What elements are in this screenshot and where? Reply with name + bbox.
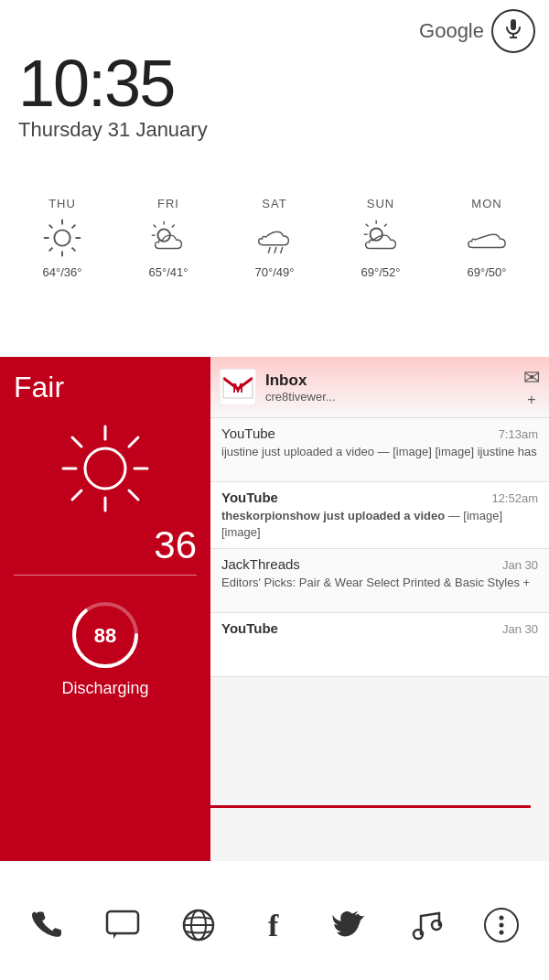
day-label-thu: THU (48, 197, 76, 210)
inbox-actions: ✉ + (523, 366, 540, 408)
svg-text:M: M (232, 381, 243, 395)
svg-line-18 (274, 248, 276, 253)
weather-day-sun: SUN 69°/52° (328, 197, 434, 279)
menu-dots-icon[interactable] (474, 898, 529, 953)
temp-sun: 69°/52° (361, 265, 401, 279)
notif-body-1: ijustine just uploaded a video — [image]… (221, 444, 538, 460)
main-area: Fair 36 88 (0, 357, 549, 861)
svg-line-33 (72, 490, 81, 500)
google-bar: Google (419, 9, 535, 53)
svg-point-50 (500, 931, 504, 935)
svg-point-49 (500, 923, 504, 928)
svg-line-8 (49, 225, 53, 229)
svg-line-30 (72, 437, 81, 447)
notif-header-4: YouTube Jan 30 (221, 620, 538, 636)
weather-icon-thu (40, 216, 84, 260)
weather-day-thu: THU 64°/36° (9, 197, 115, 279)
notif-time-1: 7:13am (499, 427, 538, 441)
weather-condition: Fair (14, 371, 197, 404)
red-divider (18, 805, 531, 808)
weather-day-fri: FRI 65°/41° (115, 197, 221, 279)
svg-text:88: 88 (94, 624, 116, 647)
temp-thu: 64°/36° (43, 265, 82, 279)
svg-line-9 (72, 248, 76, 252)
message-icon[interactable] (95, 898, 150, 953)
notification-row-4[interactable]: YouTube Jan 30 (210, 613, 549, 677)
inbox-text: Inbox cre8tivewer... (265, 372, 523, 404)
svg-point-48 (500, 916, 504, 921)
battery-circle: 88 (69, 598, 142, 672)
facebook-icon[interactable]: f (247, 898, 302, 953)
right-panel: M Inbox cre8tivewer... ✉ + YouTube 7:13a… (210, 357, 549, 861)
day-label-sun: SUN (367, 197, 394, 210)
weather-icon-sat (253, 216, 296, 260)
weather-icon-fri (146, 216, 190, 260)
weather-strip: THU 64°/36° FRI 65°/41° SAT (0, 188, 549, 288)
svg-line-22 (366, 224, 369, 227)
svg-line-24 (384, 224, 387, 227)
notif-time-4: Jan 30 (502, 622, 538, 636)
temp-mon: 69°/50° (468, 265, 507, 279)
inbox-title: Inbox (265, 372, 523, 390)
notif-body-2: theskorpionshow just uploaded a video — … (221, 508, 538, 541)
day-label-mon: MON (471, 197, 501, 210)
notif-app-2: YouTube (221, 490, 278, 505)
temp-sat: 70°/49° (255, 265, 295, 279)
plus-icon: + (527, 392, 535, 408)
temp-number: 36 (14, 523, 197, 576)
weather-icon-mon (465, 216, 509, 260)
svg-point-3 (54, 230, 70, 245)
inbox-row[interactable]: M Inbox cre8tivewer... ✉ + (210, 357, 549, 418)
svg-line-10 (72, 225, 76, 229)
clock-section: 10:35 Thursday 31 January (18, 50, 208, 142)
mic-button[interactable] (491, 9, 535, 53)
battery-status: Discharging (61, 679, 148, 698)
globe-icon[interactable] (171, 898, 226, 953)
temp-fri: 65°/41° (149, 265, 188, 279)
svg-line-16 (172, 225, 175, 228)
notif-header-1: YouTube 7:13am (221, 425, 538, 441)
sun-svg (50, 423, 160, 514)
time-display: 10:35 (18, 50, 208, 116)
weather-day-sat: SAT 70°/49° (221, 197, 328, 279)
day-label-fri: FRI (157, 197, 179, 210)
svg-line-11 (49, 248, 53, 252)
svg-line-19 (281, 248, 283, 253)
notif-time-2: 12:52am (491, 491, 538, 505)
notification-row-2[interactable]: YouTube 12:52am theskorpionshow just upl… (210, 482, 549, 549)
svg-line-31 (129, 490, 138, 500)
notification-row-1[interactable]: YouTube 7:13am ijustine just uploaded a … (210, 418, 549, 482)
notification-row-3[interactable]: JackThreads Jan 30 Editors' Picks: Pair … (210, 549, 549, 613)
notif-app-3: JackThreads (221, 556, 300, 572)
twitter-icon[interactable] (323, 898, 378, 953)
phone-icon[interactable] (19, 898, 74, 953)
battery-section: 88 Discharging (14, 598, 197, 698)
weather-icon-sun (359, 216, 403, 260)
sun-icon-large (14, 423, 197, 514)
notif-app-4: YouTube (221, 620, 278, 636)
svg-line-17 (268, 248, 270, 253)
gmail-icon: M (220, 369, 256, 405)
svg-line-14 (154, 225, 156, 228)
music-icon[interactable] (399, 898, 454, 953)
date-display: Thursday 31 January (18, 118, 208, 142)
day-label-sat: SAT (262, 197, 286, 210)
notif-body-3: Editors' Picks: Pair & Wear Select Print… (221, 575, 538, 591)
notif-header-3: JackThreads Jan 30 (221, 556, 538, 572)
svg-rect-40 (107, 911, 138, 933)
notif-time-3: Jan 30 (502, 558, 538, 572)
inbox-sub: cre8tivewer... (265, 390, 523, 404)
notif-app-1: YouTube (221, 425, 275, 441)
notif-header-2: YouTube 12:52am (221, 490, 538, 505)
weather-day-mon: MON 69°/50° (434, 197, 540, 279)
bottom-dock: f (0, 870, 549, 980)
google-label: Google (419, 19, 484, 43)
svg-point-25 (85, 448, 125, 489)
left-panel: Fair 36 88 (0, 357, 210, 861)
svg-rect-0 (511, 19, 516, 30)
battery-ring-svg: 88 (69, 598, 142, 672)
svg-text:f: f (268, 909, 279, 942)
envelope-icon: ✉ (523, 366, 540, 390)
svg-line-32 (129, 437, 138, 447)
mic-icon (502, 17, 524, 45)
